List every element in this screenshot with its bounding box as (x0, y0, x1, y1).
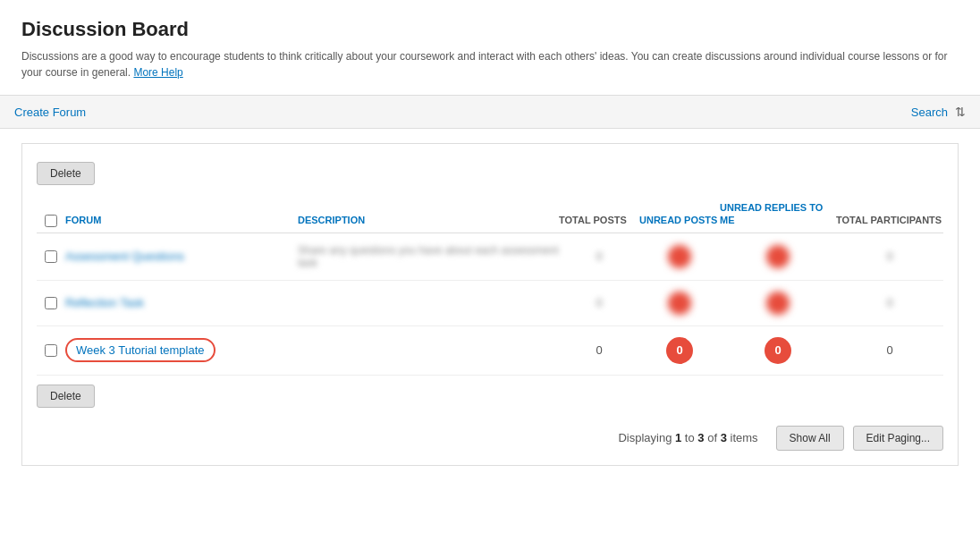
unread-replies-badge: 0 (765, 337, 791, 364)
row3-total-posts: 0 (559, 343, 639, 357)
more-help-link[interactable]: More Help (133, 66, 182, 79)
top-arrow-indicator (37, 158, 943, 162)
select-all-checkbox[interactable] (45, 215, 57, 227)
row1-checkbox[interactable] (45, 250, 57, 263)
table-row: Week 3 Tutorial template 0 0 0 0 (37, 326, 943, 376)
row1-unread-replies (720, 245, 836, 268)
toolbar: Create Forum Search ⇅ (0, 95, 980, 129)
row1-unread-posts (639, 245, 720, 268)
sort-icon[interactable]: ⇅ (955, 105, 966, 119)
unread-posts-badge: 0 (666, 337, 693, 364)
row2-unread-replies (720, 292, 836, 315)
row1-total-posts: 0 (559, 249, 639, 263)
row1-total-participants: 0 (836, 249, 943, 263)
select-all-cell[interactable] (37, 215, 65, 227)
row2-forum-name[interactable]: Reflection Task (65, 296, 298, 309)
page-description: Discussions are a good way to encourage … (21, 48, 959, 80)
row2-total-participants: 0 (836, 296, 943, 309)
col-header-unread-posts: UNREAD POSTS (639, 214, 720, 226)
row3-checkbox[interactable] (45, 344, 57, 357)
col-header-unread-replies: UNREAD REPLIES TO ME (720, 201, 836, 227)
row1-forum-name[interactable]: Assessment Questions (65, 249, 298, 263)
edit-paging-button[interactable]: Edit Paging... (853, 426, 943, 451)
row2-checkbox[interactable] (45, 297, 57, 309)
row3-forum-name[interactable]: Week 3 Tutorial template (65, 338, 298, 362)
row2-total-posts: 0 (559, 296, 639, 309)
table-row: Reflection Task 0 0 (37, 281, 943, 326)
row1-forum-link[interactable]: Assessment Questions (65, 249, 184, 263)
delete-top-button[interactable]: Delete (37, 162, 95, 185)
footer-row: Displaying 1 to 3 of 3 items Show All Ed… (37, 426, 943, 451)
row3-unread-posts: 0 (639, 337, 720, 364)
row2-forum-link[interactable]: Reflection Task (65, 296, 144, 309)
table-row: Assessment Questions Share any questions… (37, 233, 943, 281)
col-header-total-posts: TOTAL POSTS (559, 214, 639, 226)
search-link[interactable]: Search (911, 106, 948, 119)
create-forum-button[interactable]: Create Forum (14, 106, 86, 119)
row3-unread-replies: 0 (720, 337, 836, 364)
col-header-description: DESCRIPTION (298, 214, 559, 226)
row2-unread-posts (639, 292, 720, 315)
col-header-total-participants: TOTAL PARTICIPANTS (836, 214, 943, 226)
row1-description: Share any questions you have about each … (298, 244, 559, 269)
table-header: FORUM DESCRIPTION TOTAL POSTS UNREAD POS… (37, 196, 943, 233)
toolbar-right: Search ⇅ (911, 105, 966, 119)
show-all-button[interactable]: Show All (776, 426, 844, 451)
main-content: Delete FORUM DESCRIPTION TOTAL POSTS UNR… (21, 143, 959, 466)
paging-info: Displaying 1 to 3 of 3 items (618, 431, 757, 444)
delete-bottom-button[interactable]: Delete (37, 385, 95, 408)
page-title: Discussion Board (21, 18, 959, 41)
row3-forum-link[interactable]: Week 3 Tutorial template (65, 338, 215, 362)
col-header-forum: FORUM (65, 214, 298, 226)
row3-total-participants: 0 (836, 343, 943, 357)
